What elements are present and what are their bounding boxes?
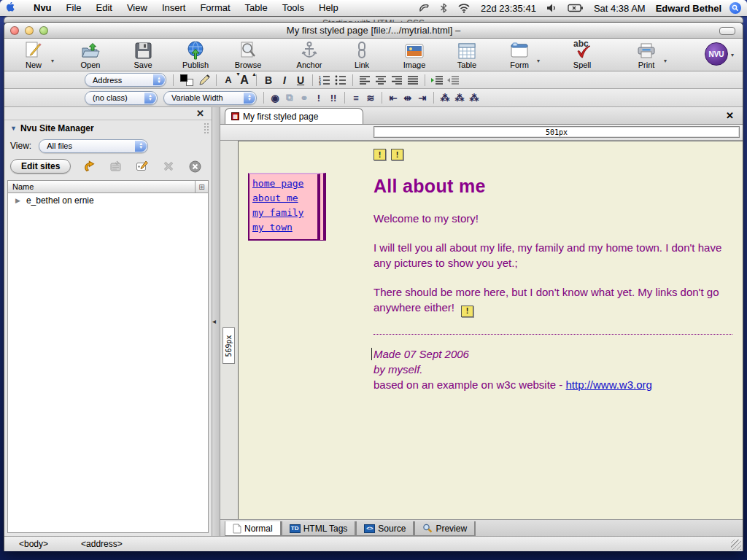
- sidebar-grip-icon[interactable]: [204, 123, 206, 125]
- status-tag-address[interactable]: <address>: [81, 539, 123, 549]
- padding-middle-icon[interactable]: ⁂: [453, 90, 466, 105]
- volume-menu-icon[interactable]: [541, 3, 562, 13]
- align-left-button[interactable]: [357, 73, 372, 88]
- tree-item-site[interactable]: ▶ e_bethel on ernie: [8, 193, 208, 208]
- link-button[interactable]: Link: [343, 40, 381, 69]
- rename-icon[interactable]: [109, 160, 123, 173]
- battery-menu-icon[interactable]: [562, 4, 589, 12]
- sidebar-disclosure-icon[interactable]: ▼: [10, 125, 17, 132]
- new-dropdown-arrow[interactable]: ▾: [51, 58, 54, 64]
- address-based-line[interactable]: based on an example on w3c website - htt…: [374, 377, 732, 392]
- tab-close-icon[interactable]: ✕: [726, 110, 734, 121]
- bluetooth-menu-icon[interactable]: [435, 3, 452, 13]
- nav-link-home[interactable]: home page: [252, 176, 314, 191]
- mode-tab-normal[interactable]: Normal: [225, 521, 282, 536]
- document-paragraph-intro[interactable]: Welcome to my story!: [374, 211, 732, 226]
- new-button[interactable]: New: [15, 40, 53, 69]
- menu-tools[interactable]: Tools: [275, 0, 311, 16]
- menu-table[interactable]: Table: [238, 0, 275, 16]
- user-menu[interactable]: Edward Bethel: [651, 3, 727, 14]
- foreground-color-well[interactable]: [180, 74, 187, 82]
- browse-button[interactable]: Browse: [229, 40, 267, 69]
- align-right-button[interactable]: [390, 73, 404, 88]
- resize-grip[interactable]: [731, 540, 741, 550]
- document-address-block[interactable]: Made 07 Sept 2006 by myself. based on an…: [374, 346, 732, 392]
- logo-dropdown-arrow[interactable]: ▾: [731, 52, 734, 58]
- bulleted-list-button[interactable]: [333, 73, 348, 88]
- layer-sphere-icon[interactable]: ◉: [268, 90, 282, 105]
- refresh-icon[interactable]: [82, 160, 97, 173]
- line-spacing-icon[interactable]: ≡: [349, 90, 363, 105]
- mode-tab-html-tags[interactable]: TD HTML Tags: [282, 521, 357, 536]
- address-made-line[interactable]: Made 07 Sept 2006: [374, 346, 732, 362]
- spotlight-icon[interactable]: [729, 2, 741, 14]
- overlap-squares-icon[interactable]: ⧉: [283, 90, 296, 105]
- padding-top-icon[interactable]: ⁂: [438, 90, 452, 105]
- address-by-line[interactable]: by myself.: [374, 362, 732, 377]
- menu-file[interactable]: File: [59, 0, 89, 16]
- document-tab[interactable]: ▤ My first styled page: [225, 108, 363, 124]
- splitter-collapse-icon[interactable]: ◂: [212, 317, 216, 325]
- decrease-font-button[interactable]: A▼: [221, 73, 236, 88]
- overlap-circles-icon[interactable]: ⚭: [298, 90, 311, 105]
- mode-tab-source[interactable]: <> Source: [356, 521, 414, 536]
- print-button[interactable]: Print: [627, 40, 665, 69]
- css-class-select[interactable]: (no class) ▲▼: [85, 91, 158, 105]
- phone-menu-icon[interactable]: [414, 3, 435, 13]
- mode-tab-preview[interactable]: Preview: [414, 521, 476, 536]
- window-titlebar[interactable]: My first styled page [file:/.../mytrial.…: [4, 23, 743, 39]
- status-tag-body[interactable]: <body>: [19, 539, 48, 549]
- form-button[interactable]: Form: [500, 40, 538, 69]
- document-nav-box[interactable]: home page about me my family my town: [248, 173, 326, 241]
- spell-button[interactable]: abc Spell: [563, 40, 601, 69]
- numbered-list-button[interactable]: 123: [317, 73, 332, 88]
- edit-sites-button[interactable]: Edit sites: [10, 159, 71, 174]
- bold-button[interactable]: B: [261, 73, 276, 88]
- remove-icon[interactable]: [161, 160, 176, 173]
- stop-icon[interactable]: [187, 160, 202, 173]
- justify-button[interactable]: [406, 73, 420, 88]
- document-paragraph-1[interactable]: I will tell you all about my life, my fa…: [374, 240, 732, 271]
- print-dropdown-arrow[interactable]: ▾: [664, 58, 667, 64]
- outdent-button[interactable]: [446, 73, 460, 88]
- name-column-header[interactable]: Name ⊞: [7, 180, 209, 193]
- menu-format[interactable]: Format: [193, 0, 237, 16]
- margin-center-icon[interactable]: ⇹: [401, 90, 414, 105]
- form-dropdown-arrow[interactable]: ▾: [537, 58, 540, 64]
- menu-insert[interactable]: Insert: [155, 0, 193, 16]
- wifi-menu-icon[interactable]: [452, 3, 476, 13]
- image-button[interactable]: Image: [395, 40, 433, 69]
- margin-left-icon[interactable]: ⇤: [387, 90, 400, 105]
- underline-button[interactable]: U: [293, 73, 308, 88]
- padding-bottom-icon[interactable]: ⁂: [468, 90, 481, 105]
- italic-button[interactable]: I: [277, 73, 292, 88]
- nav-link-town[interactable]: my town: [252, 220, 314, 235]
- menu-help[interactable]: Help: [311, 0, 346, 16]
- table-button[interactable]: Table: [448, 40, 486, 69]
- document-canvas[interactable]: home page about me my family my town ! !…: [239, 141, 743, 519]
- paragraph-format-select[interactable]: Address ▲▼: [85, 73, 166, 87]
- nav-link-about[interactable]: about me: [252, 191, 314, 206]
- height-indicator[interactable]: 569px: [222, 327, 235, 364]
- increase-font-button[interactable]: A▲: [237, 73, 252, 88]
- text-color-picker[interactable]: [180, 74, 193, 86]
- uptime-indicator[interactable]: 22d 23:35:41: [476, 3, 541, 14]
- anchor-button[interactable]: Anchor: [290, 40, 328, 69]
- view-filter-select[interactable]: All files ▲▼: [39, 139, 148, 153]
- menu-view[interactable]: View: [120, 0, 155, 16]
- align-center-button[interactable]: [374, 73, 388, 88]
- open-button[interactable]: Open: [71, 40, 109, 69]
- publish-button[interactable]: Publish: [177, 40, 214, 69]
- edit-icon[interactable]: [135, 160, 150, 173]
- menu-nvu[interactable]: Nvu: [26, 0, 59, 16]
- nav-link-family[interactable]: my family: [252, 206, 314, 220]
- document-paragraph-2[interactable]: There should be more here, but I don't k…: [374, 284, 732, 317]
- font-family-select[interactable]: Variable Width ▲▼: [163, 91, 257, 105]
- paragraph-spacing-icon[interactable]: ≋: [364, 90, 377, 105]
- highlight-pen-icon[interactable]: [197, 73, 212, 88]
- save-button[interactable]: Save: [124, 40, 162, 69]
- column-picker-icon[interactable]: ⊞: [195, 181, 208, 192]
- apple-menu[interactable]: [6, 2, 22, 15]
- margin-right-icon[interactable]: ⇥: [416, 90, 429, 105]
- toolbar-toggle-widget[interactable]: [719, 27, 735, 35]
